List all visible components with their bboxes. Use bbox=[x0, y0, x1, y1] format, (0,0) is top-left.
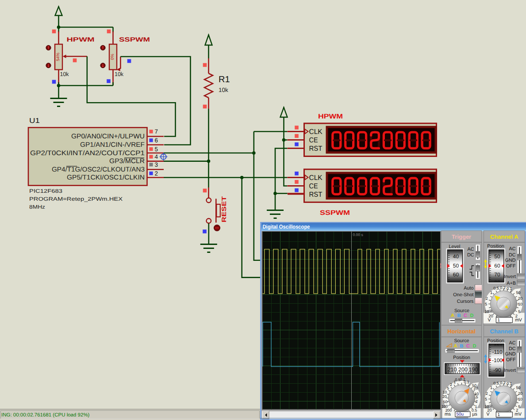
svg-text:10: 10 bbox=[518, 302, 522, 306]
svg-text:50: 50 bbox=[516, 290, 520, 295]
svg-text:54%: 54% bbox=[56, 52, 61, 61]
svg-text:210: 210 bbox=[448, 367, 457, 373]
svg-text:0.1: 0.1 bbox=[464, 380, 469, 384]
svg-text:V: V bbox=[488, 317, 491, 323]
svg-text:GP4/T1G/OSC2/CLKOUT/AN3: GP4/T1G/OSC2/CLKOUT/AN3 bbox=[52, 166, 145, 173]
svg-text:5: 5 bbox=[518, 405, 520, 409]
svg-text:1: 1 bbox=[498, 318, 500, 323]
svg-text:AC: AC bbox=[509, 246, 516, 252]
svg-text:ms: ms bbox=[445, 412, 451, 417]
svg-text:Horizontal: Horizontal bbox=[447, 328, 476, 335]
svg-text:SSPWM: SSPWM bbox=[320, 209, 350, 217]
svg-text:0%: 0% bbox=[110, 53, 115, 60]
svg-text:DC: DC bbox=[509, 252, 516, 258]
svg-text:AC: AC bbox=[509, 340, 516, 346]
svg-text:200: 200 bbox=[458, 367, 468, 373]
svg-text:-90: -90 bbox=[493, 367, 501, 373]
svg-text:10: 10 bbox=[484, 309, 489, 314]
svg-text:CE: CE bbox=[309, 183, 318, 190]
svg-text:A+B: A+B bbox=[507, 281, 516, 286]
svg-text:3: 3 bbox=[155, 161, 158, 168]
svg-text:A: A bbox=[454, 344, 457, 349]
svg-text:B: B bbox=[460, 344, 464, 349]
svg-text:RST: RST bbox=[309, 191, 323, 199]
svg-text:0.5: 0.5 bbox=[493, 286, 499, 290]
svg-text:AC: AC bbox=[468, 247, 474, 252]
svg-text:Channel A: Channel A bbox=[490, 233, 518, 240]
svg-text:Channel B: Channel B bbox=[490, 328, 518, 335]
svg-text:PROGRAM=Retep_2PWm.HEX: PROGRAM=Retep_2PWm.HEX bbox=[29, 196, 123, 202]
svg-text:40: 40 bbox=[453, 253, 459, 260]
svg-text:4: 4 bbox=[155, 153, 158, 160]
svg-text:ING: 00:00:02.761681 (CPU load: ING: 00:00:02.761681 (CPU load 92%) bbox=[1, 412, 90, 418]
svg-text:5: 5 bbox=[485, 302, 487, 306]
svg-text:5: 5 bbox=[155, 146, 158, 153]
svg-text:CLK: CLK bbox=[309, 128, 323, 136]
svg-text:U1: U1 bbox=[29, 117, 40, 125]
svg-text:10k: 10k bbox=[115, 71, 123, 77]
svg-text:PIC12F683: PIC12F683 bbox=[29, 188, 62, 194]
svg-text:RST: RST bbox=[309, 145, 323, 153]
svg-text:10: 10 bbox=[518, 397, 522, 401]
svg-text:GP5/T1CKI/OSC1/CLKIN: GP5/T1CKI/OSC1/CLKIN bbox=[67, 174, 145, 181]
svg-text:10k: 10k bbox=[219, 87, 228, 93]
svg-text:DC: DC bbox=[509, 346, 516, 351]
svg-text:Invert: Invert bbox=[504, 274, 516, 279]
svg-text:10k: 10k bbox=[60, 71, 69, 77]
svg-text:5: 5 bbox=[518, 309, 520, 314]
svg-text:50: 50 bbox=[443, 400, 448, 404]
svg-text:0.2: 0.2 bbox=[500, 286, 506, 290]
svg-text:-110: -110 bbox=[492, 349, 502, 355]
svg-text:GND: GND bbox=[505, 258, 516, 263]
svg-text:20: 20 bbox=[474, 386, 478, 390]
svg-text:OFF: OFF bbox=[506, 263, 516, 269]
svg-text:D: D bbox=[473, 344, 476, 349]
svg-text:mV: mV bbox=[514, 412, 522, 417]
svg-text:DC: DC bbox=[467, 252, 474, 258]
svg-text:0.5: 0.5 bbox=[493, 381, 499, 386]
svg-text:0.2: 0.2 bbox=[500, 381, 506, 385]
svg-text:190: 190 bbox=[469, 367, 478, 373]
svg-text:GP3/MCLR: GP3/MCLR bbox=[109, 157, 145, 165]
svg-text:V: V bbox=[486, 412, 489, 417]
svg-text:Invert: Invert bbox=[504, 368, 516, 373]
svg-text:1: 1 bbox=[490, 386, 492, 390]
svg-text:Cursors: Cursors bbox=[457, 299, 474, 304]
svg-text:One-Shot: One-Shot bbox=[453, 292, 473, 298]
svg-text:50: 50 bbox=[516, 386, 520, 390]
svg-text:C: C bbox=[466, 344, 470, 349]
svg-text:5: 5 bbox=[485, 397, 487, 401]
svg-text:HPWM: HPWM bbox=[67, 36, 95, 43]
svg-text:50: 50 bbox=[453, 263, 459, 269]
svg-text:A: A bbox=[451, 313, 454, 318]
svg-text:50: 50 bbox=[494, 253, 500, 260]
svg-text:5: 5 bbox=[476, 395, 478, 399]
svg-text:HPWM: HPWM bbox=[318, 113, 343, 120]
svg-text:60: 60 bbox=[453, 271, 459, 278]
svg-text:RESET: RESET bbox=[220, 196, 227, 222]
svg-text:GP2/T0CKI/INT/AN2/COUT/CCP1: GP2/T0CKI/INT/AN2/COUT/CCP1 bbox=[30, 149, 145, 157]
svg-text:70: 70 bbox=[494, 271, 500, 278]
svg-text:2: 2 bbox=[486, 391, 488, 396]
svg-text:1: 1 bbox=[490, 290, 492, 295]
svg-text:8MHz: 8MHz bbox=[29, 204, 45, 210]
svg-text:GP1/AN1/CIN-/VREF: GP1/AN1/CIN-/VREF bbox=[80, 141, 145, 149]
svg-text:SSPWM: SSPWM bbox=[119, 36, 150, 43]
svg-text:GND: GND bbox=[505, 351, 516, 357]
svg-text:6: 6 bbox=[155, 137, 158, 144]
svg-text:CE: CE bbox=[309, 137, 318, 144]
svg-text:1: 1 bbox=[453, 380, 456, 384]
svg-text:20: 20 bbox=[518, 296, 522, 301]
svg-text:5: 5 bbox=[447, 386, 449, 390]
svg-text:mV: mV bbox=[515, 317, 522, 323]
svg-text:7: 7 bbox=[155, 128, 158, 135]
svg-text:50u: 50u bbox=[457, 412, 464, 417]
svg-text:Source: Source bbox=[454, 338, 469, 344]
svg-text:2: 2 bbox=[155, 170, 158, 177]
svg-text:1: 1 bbox=[498, 412, 500, 417]
svg-text:20: 20 bbox=[442, 394, 447, 399]
svg-text:Digital Oscilloscope: Digital Oscilloscope bbox=[263, 224, 310, 230]
svg-text:OFF: OFF bbox=[506, 357, 516, 363]
svg-text:Position: Position bbox=[453, 355, 470, 360]
svg-text:Trigger: Trigger bbox=[452, 233, 471, 240]
